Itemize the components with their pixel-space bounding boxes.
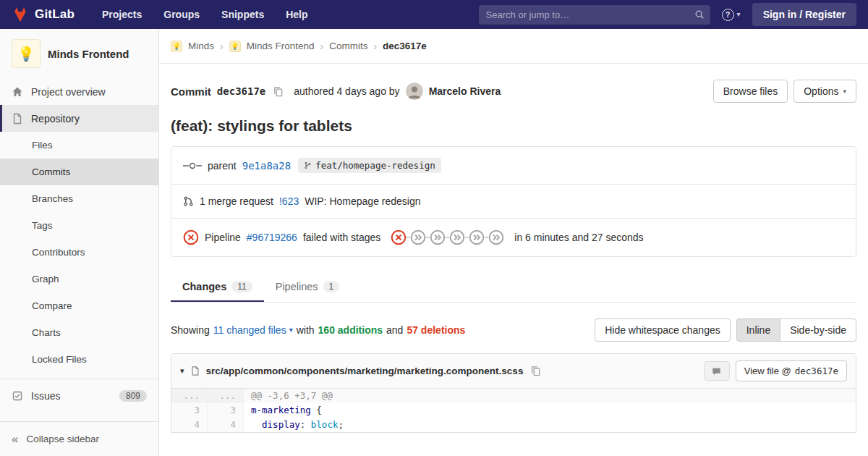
changed-files-label: 11 changed files <box>213 324 286 336</box>
pipeline-stage-failed-icon[interactable] <box>391 229 407 245</box>
side-by-side-button[interactable]: Side-by-side <box>780 318 856 342</box>
sidebar-item-tags[interactable]: Tags <box>0 212 158 239</box>
pipeline-stage-skipped-icon[interactable] <box>430 229 446 245</box>
nav-groups[interactable]: Groups <box>163 9 200 20</box>
indent-token <box>251 419 262 430</box>
main-content: Minds Minds Frontend Commits dec3617e Co… <box>159 29 868 456</box>
view-file-button[interactable]: View file @ dec3617e <box>736 360 847 381</box>
breadcrumb-separator-icon <box>220 41 224 52</box>
sidebar-item-project-overview[interactable]: Project overview <box>0 78 158 105</box>
breadcrumb: Minds Minds Frontend Commits dec3617e <box>159 29 868 64</box>
sidebar-item-graph[interactable]: Graph <box>0 266 158 292</box>
parent-sha-link[interactable]: 9e1a8a28 <box>242 160 291 172</box>
scss-property-token: display <box>262 419 300 430</box>
changes-count-badge: 11 <box>231 281 252 292</box>
help-dropdown[interactable] <box>722 9 741 21</box>
sidebar-item-issues[interactable]: Issues 809 <box>0 382 158 409</box>
sidebar-issues-section: Issues 809 <box>0 379 158 409</box>
view-file-sha: dec3617e <box>795 366 838 376</box>
old-line-number: ... <box>171 389 208 403</box>
sidebar-item-files[interactable]: Files <box>0 132 158 159</box>
old-line-number[interactable]: 3 <box>171 403 208 418</box>
search-icon <box>694 9 705 20</box>
branch-icon <box>304 161 312 170</box>
tab-changes-label: Changes <box>182 281 226 292</box>
diff-code-row: 4 4 display: block; <box>171 418 856 432</box>
collapse-sidebar-label: Collapse sidebar <box>26 434 99 444</box>
breadcrumb-minds-frontend[interactable]: Minds Frontend <box>247 41 315 51</box>
scss-value-token: block <box>311 419 339 430</box>
sidebar-item-repository[interactable]: Repository <box>0 105 158 132</box>
project-name-link[interactable]: Minds Frontend <box>48 48 129 60</box>
diff-code-row: 3 3 m-marketing { <box>171 403 856 418</box>
repository-icon <box>12 113 23 124</box>
tab-changes[interactable]: Changes 11 <box>171 273 264 302</box>
pipeline-stage-skipped-icon[interactable] <box>410 229 426 245</box>
authored-text: authored 4 days ago by <box>294 85 399 97</box>
mr-title: WIP: Homepage redesign <box>305 195 420 207</box>
chevron-down-icon <box>289 326 293 334</box>
gitlab-logo-link[interactable]: GitLab <box>12 6 75 23</box>
parent-row: parent 9e1a8a28 feat/homepage-redesign <box>171 147 856 184</box>
author-avatar <box>406 83 423 100</box>
changed-files-dropdown[interactable]: 11 changed files <box>213 324 293 336</box>
breadcrumb-separator-icon <box>320 41 323 52</box>
collapse-sidebar-button[interactable]: Collapse sidebar <box>0 421 158 456</box>
punctuation-token: : <box>300 419 311 430</box>
sidebar-item-contributors[interactable]: Contributors <box>0 239 158 266</box>
nav-help[interactable]: Help <box>286 9 307 20</box>
new-line-number: ... <box>208 389 244 403</box>
group-avatar <box>171 41 182 52</box>
global-search[interactable] <box>479 5 710 25</box>
inline-view-button[interactable]: Inline <box>736 318 780 342</box>
copy-path-button[interactable] <box>529 364 542 378</box>
pipeline-link[interactable]: #96719266 <box>247 232 297 243</box>
nav-projects[interactable]: Projects <box>102 9 142 20</box>
tab-pipelines[interactable]: Pipelines 1 <box>264 273 352 302</box>
branch-name: feat/homepage-redesign <box>315 160 435 171</box>
pipeline-stage-skipped-icon[interactable] <box>469 229 485 245</box>
pipeline-duration: in 6 minutes and 27 seconds <box>514 232 643 243</box>
search-input[interactable] <box>479 9 710 20</box>
diff-file-path[interactable]: src/app/common/components/marketing/mark… <box>206 366 524 376</box>
options-button[interactable]: Options <box>793 80 856 103</box>
comment-button[interactable] <box>704 361 730 381</box>
old-line-number[interactable]: 4 <box>171 418 208 432</box>
nav-snippets[interactable]: Snippets <box>221 9 264 20</box>
pipeline-stage-skipped-icon[interactable] <box>449 229 465 245</box>
sidebar-item-charts[interactable]: Charts <box>0 319 158 346</box>
sidebar-item-label: Project overview <box>31 86 106 98</box>
breadcrumb-minds[interactable]: Minds <box>188 41 214 51</box>
pipelines-count-badge: 1 <box>323 281 340 292</box>
diff-stats-text: Showing 11 changed files with 160 additi… <box>171 324 465 336</box>
hunk-header: @@ -3,6 +3,7 @@ <box>244 389 856 403</box>
sidebar-item-compare[interactable]: Compare <box>0 292 158 319</box>
browse-files-button[interactable]: Browse files <box>713 80 788 103</box>
mini-pipeline-graph <box>391 229 504 245</box>
new-line-number[interactable]: 4 <box>208 418 244 432</box>
sidebar-item-branches[interactable]: Branches <box>0 185 158 212</box>
author-name[interactable]: Marcelo Rivera <box>429 85 501 97</box>
signin-button[interactable]: Sign in / Register <box>752 3 856 26</box>
mr-link[interactable]: !623 <box>279 195 299 207</box>
deletions-count: 57 deletions <box>407 324 465 336</box>
branch-badge[interactable]: feat/homepage-redesign <box>298 158 441 173</box>
new-line-number[interactable]: 3 <box>208 403 244 418</box>
sidebar-item-locked-files[interactable]: Locked Files <box>0 346 158 373</box>
hide-whitespace-button[interactable]: Hide whitespace changes <box>595 318 731 342</box>
commit-title: (feat): stylings for tablets <box>171 117 856 135</box>
breadcrumb-commits[interactable]: Commits <box>329 41 367 51</box>
code-line: display: block; <box>244 418 856 432</box>
collapse-diff-chevron-down-icon[interactable] <box>180 366 184 376</box>
sidebar-item-commits[interactable]: Commits <box>0 159 158 185</box>
commit-label: Commit <box>171 85 211 98</box>
issues-icon <box>12 390 23 402</box>
diff-hunk-row: ... ... @@ -3,6 +3,7 @@ <box>171 389 856 403</box>
copy-icon <box>273 86 284 97</box>
pipeline-stage-skipped-icon[interactable] <box>488 229 504 245</box>
copy-sha-button[interactable] <box>271 85 285 98</box>
commit-header: Commit dec3617e authored 4 days ago by M… <box>171 80 856 103</box>
project-avatar-small <box>229 41 241 52</box>
breadcrumb-separator-icon <box>373 41 377 52</box>
sidebar-item-label: Issues <box>31 390 60 402</box>
